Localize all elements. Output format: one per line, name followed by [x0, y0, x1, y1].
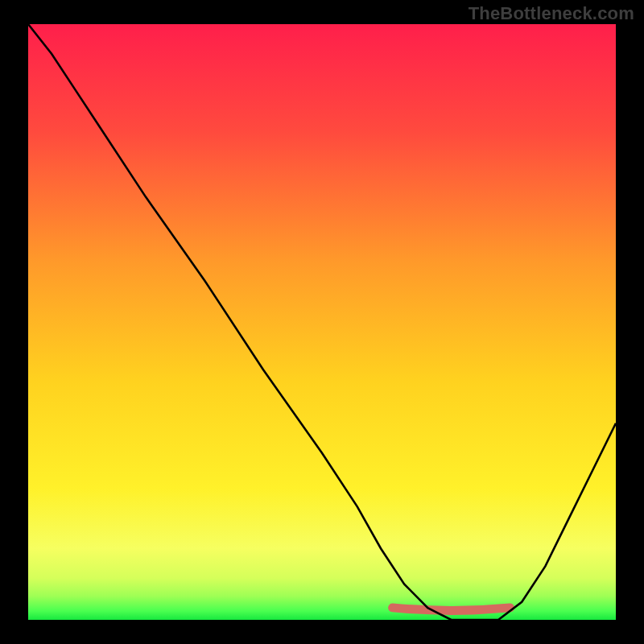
- bottleneck-chart: [28, 24, 616, 620]
- chart-container: TheBottleneck.com: [0, 0, 644, 644]
- trough-highlight: [393, 608, 510, 611]
- watermark-label: TheBottleneck.com: [469, 3, 634, 24]
- gradient-background: [28, 24, 616, 620]
- plot-area: [28, 24, 616, 620]
